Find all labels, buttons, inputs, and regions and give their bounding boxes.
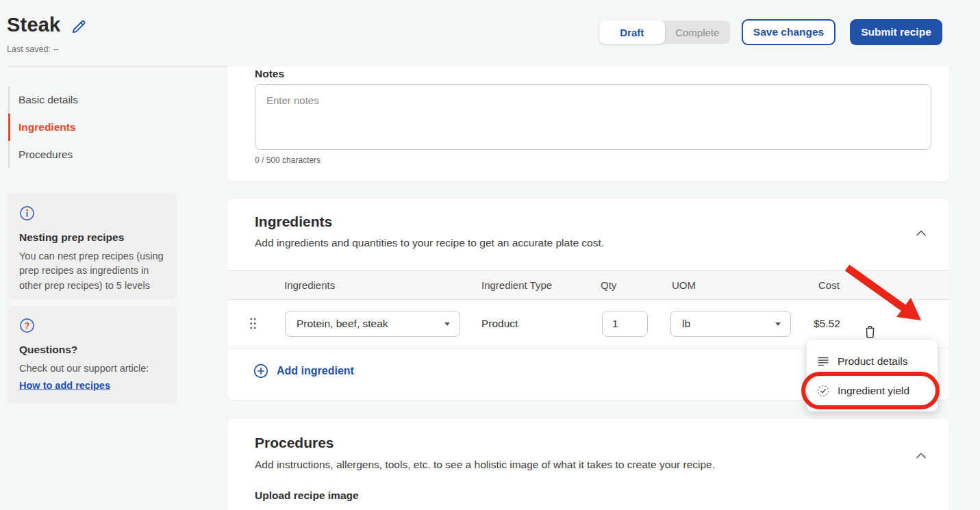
uom-select-value: lb	[682, 318, 690, 330]
chevron-up-icon	[916, 230, 926, 236]
nav-item-basic-details[interactable]: Basic details	[7, 86, 178, 114]
support-article-link[interactable]: How to add recipes	[19, 380, 110, 391]
info-box-body: You can nest prep recipes (using prep re…	[19, 249, 164, 293]
yield-gauge-icon	[816, 384, 830, 398]
cost-cell: $5.52	[814, 318, 840, 330]
procedures-collapse-button[interactable]	[914, 446, 929, 464]
detail-lines-icon	[816, 355, 830, 368]
submit-recipe-button[interactable]: Submit recipe	[850, 19, 942, 45]
section-nav: Basic details Ingredients Procedures	[7, 86, 178, 168]
ingredient-select-value: Protein, beef, steak	[297, 318, 388, 330]
info-box-title: Nesting prep recipes	[19, 231, 164, 244]
add-ingredient-button[interactable]: Add ingredient	[253, 364, 354, 379]
add-ingredient-label: Add ingredient	[277, 365, 354, 377]
procedures-card: Procedures Add instructions, allergens, …	[227, 419, 949, 510]
uom-select[interactable]: lb	[670, 311, 791, 337]
col-header-ingredients: Ingredients	[284, 279, 335, 291]
delete-ingredient-icon[interactable]	[863, 324, 877, 340]
toggle-draft[interactable]: Draft	[599, 21, 665, 44]
notes-card: Notes 0 / 500 characters	[227, 66, 949, 181]
chevron-down-icon	[775, 322, 781, 326]
procedures-section-title: Procedures	[255, 435, 334, 451]
nav-item-ingredients[interactable]: Ingredients	[7, 114, 178, 141]
save-changes-button[interactable]: Save changes	[742, 19, 835, 45]
question-icon: ?	[19, 318, 35, 333]
page-title: Steak	[7, 14, 60, 36]
edit-title-icon[interactable]	[70, 18, 88, 36]
plus-circle-icon	[253, 364, 268, 379]
ingredients-section-subtitle: Add ingredients and quantities to your r…	[255, 237, 604, 249]
svg-text:?: ?	[25, 321, 30, 331]
questions-box-body: Check out our support article:	[19, 361, 164, 376]
menu-item-label: Product details	[838, 355, 908, 368]
status-toggle: Draft Complete	[599, 21, 730, 44]
ingredient-type-cell: Product	[481, 318, 518, 330]
row-actions-kebab[interactable]	[918, 318, 926, 331]
notes-label: Notes	[255, 68, 284, 80]
ingredients-collapse-button[interactable]	[914, 224, 929, 242]
row-actions-menu: Product details Ingredient yield	[807, 340, 938, 411]
page-header-title-row: Steak	[7, 14, 88, 36]
questions-box-title: Questions?	[19, 344, 164, 356]
upload-recipe-image-label: Upload recipe image	[255, 489, 359, 502]
chevron-up-icon	[916, 452, 926, 459]
ingredients-section-title: Ingredients	[255, 214, 332, 230]
notes-char-counter: 0 / 500 characters	[255, 155, 321, 165]
col-header-qty: Qty	[601, 279, 616, 291]
nesting-info-box: Nesting prep recipes You can nest prep r…	[7, 194, 177, 299]
menu-item-label: Ingredient yield	[838, 385, 909, 397]
nav-item-procedures[interactable]: Procedures	[7, 141, 178, 168]
menu-item-ingredient-yield[interactable]: Ingredient yield	[807, 376, 938, 405]
drag-handle-icon[interactable]	[249, 317, 257, 330]
col-header-cost: Cost	[818, 279, 840, 291]
chevron-down-icon	[444, 322, 450, 326]
menu-item-product-details[interactable]: Product details	[807, 346, 938, 376]
col-header-uom: UOM	[672, 279, 696, 291]
qty-input[interactable]	[602, 311, 648, 337]
toggle-complete[interactable]: Complete	[665, 21, 731, 44]
questions-box: ? Questions? Check out our support artic…	[7, 306, 177, 403]
col-header-ingredient-type: Ingredient Type	[481, 279, 552, 291]
last-saved-text: Last saved: --	[7, 44, 59, 54]
ingredient-select[interactable]: Protein, beef, steak	[285, 311, 460, 337]
procedures-section-subtitle: Add instructions, allergens, tools, etc.…	[255, 459, 715, 471]
info-icon	[19, 205, 35, 221]
notes-textarea[interactable]	[255, 84, 931, 150]
ingredients-table-header: Ingredients Ingredient Type Qty UOM Cost	[227, 270, 949, 300]
